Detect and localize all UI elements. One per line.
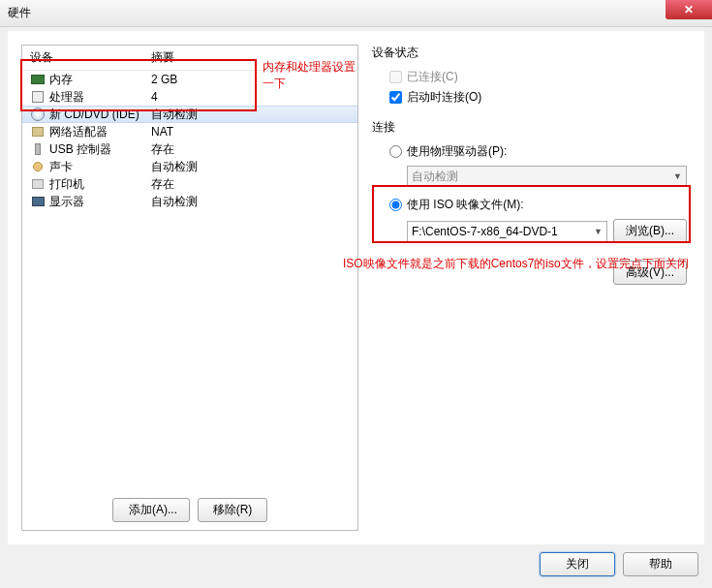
list-header: 设备 摘要: [22, 46, 357, 71]
monitor-icon: [30, 194, 46, 209]
settings-panel: ISO映像文件就是之前下载的Centos7的iso文件，设置完点下面关闭 设备状…: [368, 45, 691, 531]
device-list-buttons: 添加(A)... 移除(R): [22, 490, 357, 530]
device-status-title: 设备状态: [372, 45, 687, 61]
use-iso-label: 使用 ISO 映像文件(M):: [407, 197, 524, 213]
close-button[interactable]: 关闭: [540, 552, 615, 576]
list-row-memory[interactable]: 内存 2 GB: [22, 71, 357, 88]
dialog-body: 内存和处理器设置一下 设备 摘要 内存 2 GB 处理器 4 新 CD/DVD …: [8, 31, 704, 544]
connection-group: 连接 使用物理驱动器(P): 自动检测▼ 使用 ISO 映像文件(M): F:\…: [372, 119, 687, 243]
list-row-sound[interactable]: 声卡 自动检测: [22, 158, 357, 175]
advanced-button[interactable]: 高级(V)...: [613, 261, 687, 285]
help-button[interactable]: 帮助: [623, 552, 698, 576]
use-physical-radio[interactable]: [389, 145, 402, 158]
list-row-monitor[interactable]: 显示器 自动检测: [22, 193, 357, 210]
network-icon: [30, 124, 46, 139]
dialog-footer: 关闭 帮助: [0, 544, 712, 584]
header-summary: 摘要: [151, 49, 350, 66]
connected-label: 已连接(C): [407, 69, 458, 85]
physical-drive-combo: 自动检测▼: [407, 166, 687, 187]
list-row-usb[interactable]: USB 控制器 存在: [22, 140, 357, 158]
device-list: 设备 摘要 内存 2 GB 处理器 4 新 CD/DVD (IDE) 自动检测 …: [22, 46, 357, 490]
cpu-icon: [30, 89, 46, 105]
list-row-network[interactable]: 网络适配器 NAT: [22, 123, 357, 140]
title-bar: 硬件 ✕: [0, 0, 712, 27]
list-row-printer[interactable]: 打印机 存在: [22, 175, 357, 193]
memory-icon: [30, 72, 46, 87]
connect-on-power-label: 启动时连接(O): [407, 89, 481, 106]
chevron-down-icon: ▼: [673, 171, 682, 181]
close-icon: ✕: [684, 3, 694, 16]
use-iso-radio[interactable]: [389, 199, 402, 211]
iso-path-combo[interactable]: F:\CentOS-7-x86_64-DVD-1▼: [407, 221, 607, 242]
usb-icon: [30, 141, 46, 157]
chevron-down-icon: ▼: [594, 227, 603, 236]
list-row-cpu[interactable]: 处理器 4: [22, 88, 357, 106]
window-title: 硬件: [8, 5, 31, 21]
remove-button[interactable]: 移除(R): [198, 498, 267, 522]
printer-icon: [30, 176, 46, 192]
sound-icon: [30, 159, 46, 174]
connect-on-power-checkbox[interactable]: [389, 91, 402, 104]
connection-title: 连接: [372, 119, 687, 136]
advanced-row: 高级(V)...: [372, 261, 687, 285]
device-status-group: 设备状态 已连接(C) 启动时连接(O): [372, 45, 687, 106]
connected-checkbox: [389, 71, 402, 83]
use-physical-label: 使用物理驱动器(P):: [407, 143, 507, 160]
add-button[interactable]: 添加(A)...: [112, 498, 190, 522]
header-device: 设备: [30, 49, 151, 66]
window-close-button[interactable]: ✕: [666, 0, 712, 19]
device-list-panel: 内存和处理器设置一下 设备 摘要 内存 2 GB 处理器 4 新 CD/DVD …: [21, 45, 358, 531]
cd-icon: [30, 107, 46, 122]
browse-button[interactable]: 浏览(B)...: [613, 219, 687, 243]
list-row-cddvd[interactable]: 新 CD/DVD (IDE) 自动检测: [22, 106, 357, 123]
